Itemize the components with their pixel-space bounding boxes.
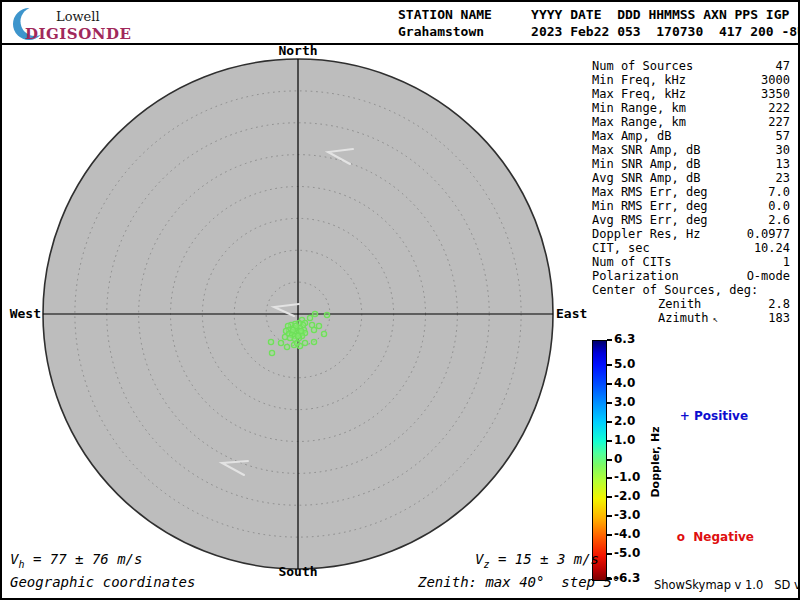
echo-source-dot <box>316 323 321 328</box>
logo-digisonde-text: DIGISONDE <box>25 25 131 43</box>
stats-value: 13 <box>776 157 790 171</box>
legend-positive-label: Positive <box>694 409 748 423</box>
colorbar-tick-label: 5.0 <box>614 357 635 371</box>
stats-row: Num of CITs1 <box>592 255 790 269</box>
plus-marker-icon: + <box>680 409 690 423</box>
stats-label: CIT, sec <box>592 241 650 255</box>
stats-value: 23 <box>776 171 790 185</box>
logo-lowell-text: Lowell <box>56 9 100 24</box>
stats-value: 30 <box>776 143 790 157</box>
colorbar-tick-label: -2.0 <box>614 489 640 503</box>
stats-row: Azimuth↖183 <box>592 311 790 326</box>
stats-label: Polarization <box>592 269 679 283</box>
vertical-velocity-readout: Vz = 15 ± 3 m/s <box>475 551 599 570</box>
stats-row: Max RMS Err, deg7.0 <box>592 185 790 199</box>
stats-panel: Num of Sources47Min Freq, kHz3000Max Fre… <box>592 59 790 326</box>
stats-value: 0.0 <box>768 199 790 213</box>
colorbar-tick-label: 1.0 <box>614 433 635 447</box>
circle-marker-icon: o <box>677 530 685 544</box>
stats-label: Zenith <box>658 297 701 311</box>
colorbar-tick-mark <box>607 364 612 366</box>
colorbar-tick-label: -1.0 <box>614 470 640 484</box>
legend-negative: o Negative <box>660 516 754 558</box>
echo-source-dot <box>321 331 326 336</box>
colorbar-tick-label: -5.0 <box>614 546 640 560</box>
stats-value: 47 <box>776 59 790 73</box>
echo-source-dot <box>302 340 307 345</box>
stats-value: 3350 <box>761 87 790 101</box>
colorbar-tick-mark <box>607 459 612 461</box>
echo-source-dot <box>268 339 273 344</box>
stats-row: Max Range, km227 <box>592 115 790 129</box>
stats-row: Doppler Res, Hz0.0977 <box>592 227 790 241</box>
stats-row: Max Amp, dB57 <box>592 129 790 143</box>
software-version: ShowSkymap v 1.0 SD v 5.1 <box>654 578 800 592</box>
echo-source-dot <box>287 335 292 340</box>
stats-value: 7.0 <box>768 185 790 199</box>
zenith-range-note: Zenith: max 40° step 5° <box>418 574 620 590</box>
colorbar-title: Doppler, Hz <box>649 426 662 497</box>
echo-source-dot <box>312 311 317 316</box>
stats-label: Doppler Res, Hz <box>592 227 700 241</box>
colorbar-tick-mark <box>607 421 612 423</box>
stats-label: Num of Sources <box>592 59 693 73</box>
stats-value: 1 <box>783 255 790 269</box>
colorbar-tick-mark <box>607 383 612 385</box>
stats-label: Max Freq, kHz <box>592 87 686 101</box>
echo-source-dot <box>298 328 303 333</box>
colorbar-tick-mark <box>607 477 612 479</box>
compass-label-south: South <box>258 564 338 579</box>
stats-value: 10.24 <box>754 241 790 255</box>
skymap-window: Lowell DIGISONDE STATION NAME YYYY DATE … <box>0 0 800 600</box>
colorbar-tick-mark <box>607 440 612 442</box>
stats-label: Min SNR Amp, dB <box>592 157 700 171</box>
stats-row: Min Freq, kHz3000 <box>592 73 790 87</box>
echo-source-dot <box>290 327 295 332</box>
echo-source-dot <box>295 333 300 338</box>
echo-source-dot <box>307 315 312 320</box>
stats-label: Max Amp, dB <box>592 129 671 143</box>
stats-label: Max Range, km <box>592 115 686 129</box>
stats-label: Avg RMS Err, deg <box>592 213 708 227</box>
colorbar-tick-mark <box>607 339 612 341</box>
stats-value: 3000 <box>761 73 790 87</box>
colorbar-tick-label: 6.3 <box>614 332 635 346</box>
stats-value: 222 <box>768 101 790 115</box>
header-column-labels: STATION NAME YYYY DATE DDD HHMMSS AXN PP… <box>398 6 789 23</box>
stats-label: Azimuth↖ <box>658 311 718 326</box>
stats-value: O-mode <box>747 269 790 283</box>
colorbar-tick-label: -3.0 <box>614 508 640 522</box>
colorbar-tick-label: 2.0 <box>614 414 635 428</box>
echo-source-dot <box>284 344 289 349</box>
stats-row: PolarizationO-mode <box>592 269 790 283</box>
echo-source-dot <box>324 312 329 317</box>
colorbar-tick-mark <box>607 534 612 536</box>
stats-row: Avg SNR Amp, dB23 <box>592 171 790 185</box>
colorbar-tick-mark <box>607 553 612 555</box>
echo-source-dot <box>311 339 316 344</box>
stats-label: Max RMS Err, deg <box>592 185 708 199</box>
colorbar-tick-mark <box>607 496 612 498</box>
compass-label-west: West <box>0 306 41 321</box>
stats-label: Avg SNR Amp, dB <box>592 171 700 185</box>
stats-value: 0.0977 <box>747 227 790 241</box>
echo-source-dot <box>269 350 274 355</box>
legend-negative-label: Negative <box>693 530 754 544</box>
colorbar-tick-label: 3.0 <box>614 395 635 409</box>
colorbar-gradient <box>592 340 607 581</box>
stats-row: Max Freq, kHz3350 <box>592 87 790 101</box>
colorbar-tick-label: -4.0 <box>614 527 640 541</box>
stats-section-header: Center of Sources, deg: <box>592 283 790 297</box>
stats-row: Max SNR Amp, dB30 <box>592 143 790 157</box>
stats-row: Min RMS Err, deg0.0 <box>592 199 790 213</box>
colorbar-tick-label: 0 <box>614 452 622 466</box>
stats-label: Min Range, km <box>592 101 686 115</box>
colorbar-tick-label: 4.0 <box>614 376 635 390</box>
stats-label: Max SNR Amp, dB <box>592 143 700 157</box>
stats-label: Min Freq, kHz <box>592 73 686 87</box>
echo-source-dot <box>278 340 283 345</box>
stats-value: 227 <box>768 115 790 129</box>
stats-row: Min SNR Amp, dB13 <box>592 157 790 171</box>
colorbar-tick-mark <box>607 515 612 517</box>
stats-value: 57 <box>776 129 790 143</box>
